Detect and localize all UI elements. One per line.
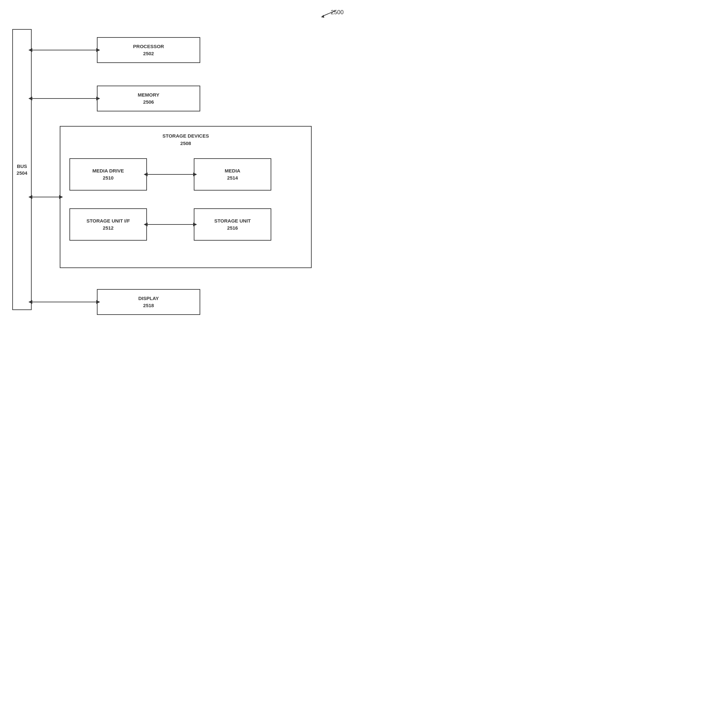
- media-label: MEDIA 2514: [225, 167, 240, 182]
- storage-if-box: STORAGE UNIT I/F 2512: [69, 208, 147, 241]
- diagram-container: 2500 BUS 2504 PROCESSOR 2502 MEMORY 2506…: [0, 0, 363, 364]
- media-drive-label: MEDIA DRIVE 2510: [92, 167, 124, 182]
- memory-label: MEMORY 2506: [138, 92, 159, 106]
- media-box: MEDIA 2514: [194, 158, 271, 191]
- memory-box: MEMORY 2506: [97, 86, 200, 112]
- svg-line-0: [322, 11, 336, 16]
- bus-box: BUS 2504: [12, 29, 32, 310]
- display-label: DISPLAY 2518: [138, 295, 159, 309]
- display-box: DISPLAY 2518: [97, 289, 200, 315]
- bus-label: BUS 2504: [17, 163, 27, 176]
- svg-marker-1: [321, 15, 324, 18]
- processor-label: PROCESSOR 2502: [133, 43, 164, 58]
- processor-box: PROCESSOR 2502: [97, 37, 200, 63]
- storage-if-label: STORAGE UNIT I/F 2512: [87, 217, 130, 232]
- storage-unit-box: STORAGE UNIT 2516: [194, 208, 271, 241]
- storage-devices-title: STORAGE DEVICES 2508: [60, 132, 311, 147]
- storage-unit-label: STORAGE UNIT 2516: [214, 217, 251, 232]
- media-drive-box: MEDIA DRIVE 2510: [69, 158, 147, 191]
- figure-arrow-icon: [318, 9, 340, 19]
- storage-devices-box: STORAGE DEVICES 2508: [60, 126, 312, 268]
